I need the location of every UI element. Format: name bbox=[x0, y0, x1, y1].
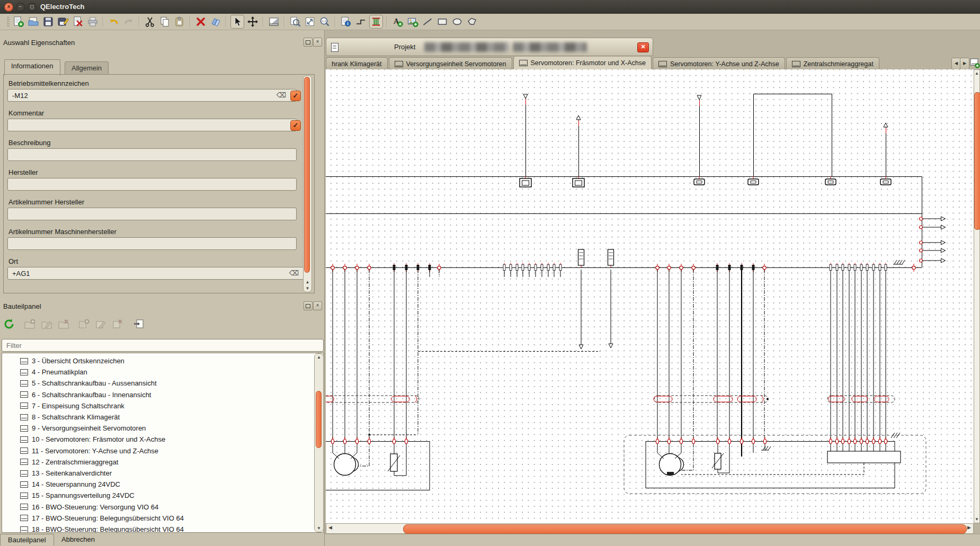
ort-input[interactable] bbox=[7, 267, 309, 280]
scroll-up-icon[interactable]: ▲ bbox=[315, 355, 323, 360]
save-as-icon[interactable] bbox=[57, 15, 69, 28]
artikelnummer-maschinenhersteller-input[interactable] bbox=[7, 237, 297, 250]
list-item[interactable]: 7 - Einspeisung Schaltschrank bbox=[20, 400, 124, 411]
list-item[interactable]: 4 - Pneumatikplan bbox=[20, 366, 87, 378]
hersteller-input[interactable] bbox=[7, 178, 297, 191]
list-scrollbar[interactable]: ▲ ▼ bbox=[314, 353, 324, 532]
add-terminal-strip-icon[interactable] bbox=[369, 15, 383, 29]
rotate-icon[interactable] bbox=[209, 15, 222, 28]
diagram-viewport[interactable] bbox=[326, 69, 974, 523]
toolbar-grip[interactable] bbox=[7, 17, 10, 26]
vertical-scrollbar[interactable]: ▲ ▼ bbox=[974, 69, 980, 523]
list-item[interactable]: 15 - Spannungsverteilung 24VDC bbox=[20, 490, 135, 501]
clear-field-icon[interactable]: ⌫ bbox=[277, 91, 286, 99]
add-image-icon[interactable] bbox=[406, 15, 419, 28]
add-diagram-button[interactable] bbox=[970, 58, 980, 68]
beschreibung-input[interactable] bbox=[7, 148, 297, 161]
reload-collections-icon[interactable] bbox=[3, 318, 16, 330]
save-icon[interactable] bbox=[42, 15, 55, 28]
redo-icon[interactable] bbox=[122, 15, 135, 28]
delete-icon[interactable] bbox=[194, 15, 207, 28]
add-conductor-icon[interactable] bbox=[354, 15, 367, 28]
properties-scrollbar[interactable]: ▲ ▼ bbox=[303, 75, 312, 292]
window-titlebar[interactable]: × − ▢ QElectroTech bbox=[0, 0, 980, 14]
dock-float-button[interactable] bbox=[304, 38, 313, 47]
add-polygon-icon[interactable] bbox=[466, 15, 478, 28]
scrollbar-thumb[interactable] bbox=[316, 391, 322, 448]
scroll-down-icon[interactable]: ▼ bbox=[974, 517, 979, 522]
list-item[interactable]: 3 - Übersicht Ortskennzeichen bbox=[20, 355, 124, 366]
window-close-button[interactable]: × bbox=[4, 3, 13, 12]
add-line-icon[interactable] bbox=[421, 15, 434, 28]
move-mode-icon[interactable] bbox=[246, 15, 259, 28]
diagram-tab[interactable]: Servomotoren: Fräsmotor und X-Achse bbox=[513, 57, 652, 69]
select-mode-icon[interactable] bbox=[230, 15, 244, 29]
list-item[interactable]: 16 - BWO-Steuerung: Versorgung VIO 64 bbox=[20, 502, 158, 513]
paste-icon[interactable] bbox=[173, 15, 186, 28]
list-item[interactable]: 17 - BWO-Steuerung: Belegungsübersicht V… bbox=[20, 513, 184, 524]
project-close-button[interactable]: ✕ bbox=[637, 42, 649, 52]
scroll-up-icon[interactable]: ▲ bbox=[974, 71, 979, 76]
list-item[interactable]: 9 - Versorgungseinheit Servomotoren bbox=[20, 423, 146, 434]
import-element-icon[interactable] bbox=[132, 318, 145, 330]
auto-checkbox[interactable]: ✓ bbox=[290, 91, 301, 101]
list-item[interactable]: 18 - BWO-Steuerung: Belegungsübersicht V… bbox=[20, 524, 184, 533]
zoom-fit-icon[interactable] bbox=[289, 15, 301, 28]
list-item[interactable]: 11 - Servomotoren: Y-Achse und Z-Achse bbox=[20, 445, 158, 457]
horizontal-scrollbar[interactable]: ◀ ▶ bbox=[326, 523, 974, 534]
tab-informationen[interactable]: Informationen bbox=[4, 59, 60, 76]
list-item[interactable]: 8 - Schaltschrank Klimagerät bbox=[20, 411, 120, 423]
dock-close-button[interactable]: × bbox=[313, 38, 322, 47]
tab-allgemein[interactable]: Allgemein bbox=[65, 61, 109, 75]
cut-icon[interactable] bbox=[144, 15, 156, 28]
filter-input[interactable] bbox=[2, 339, 324, 352]
display-mode-icon[interactable] bbox=[268, 15, 280, 28]
new-document-icon[interactable] bbox=[12, 15, 25, 28]
scroll-down-icon[interactable]: ▼ bbox=[304, 286, 311, 291]
project-window-titlebar[interactable]: Projekt ✕ bbox=[326, 38, 653, 56]
element-panel-title: Bauteilpanel bbox=[3, 302, 41, 310]
list-item[interactable]: 13 - Seitenkanalverdichter bbox=[20, 468, 112, 479]
copy-icon[interactable] bbox=[158, 15, 171, 28]
artikelnummer-hersteller-input[interactable] bbox=[7, 208, 297, 220]
diagram-properties-icon[interactable]: i bbox=[340, 15, 352, 28]
scroll-up-icon[interactable]: ▲ bbox=[304, 280, 311, 284]
dock-close-button[interactable]: × bbox=[313, 301, 322, 310]
clear-field-icon[interactable]: ⌫ bbox=[289, 269, 299, 277]
diagram-tab[interactable]: Zentralschmieraggregat bbox=[786, 57, 879, 69]
zoom-adjust-icon[interactable] bbox=[304, 15, 316, 28]
diagram-tab[interactable]: Versorgungseinheit Servomotoren bbox=[389, 57, 512, 69]
betriebsmittelkennzeichen-input[interactable] bbox=[7, 89, 297, 102]
window-maximize-button[interactable]: ▢ bbox=[28, 3, 37, 12]
list-item[interactable]: 6 - Schaltschrankaufbau - Innenansicht bbox=[20, 389, 151, 400]
scroll-down-icon[interactable]: ▼ bbox=[315, 526, 323, 531]
scrollbar-thumb[interactable] bbox=[403, 524, 967, 534]
open-document-icon[interactable] bbox=[27, 15, 40, 28]
diagram-tab[interactable]: Servomotoren: Y-Achse und Z-Achse bbox=[653, 57, 785, 69]
toolbar-separator bbox=[103, 16, 104, 27]
window-minimize-button[interactable]: − bbox=[16, 3, 25, 12]
list-item[interactable]: 14 - Steuerspannung 24VDC bbox=[20, 479, 120, 490]
tab-scroll-right-icon[interactable]: ▶ bbox=[960, 58, 969, 70]
undo-icon[interactable] bbox=[108, 15, 120, 28]
dock-float-button[interactable] bbox=[304, 301, 313, 310]
add-rectangle-icon[interactable] bbox=[436, 15, 449, 28]
bottom-tab-bauteilpanel[interactable]: Bauteilpanel bbox=[0, 534, 54, 545]
scrollbar-thumb[interactable] bbox=[304, 77, 310, 273]
add-text-icon[interactable]: A bbox=[391, 15, 404, 28]
close-document-icon[interactable] bbox=[72, 15, 84, 28]
scrollbar-thumb[interactable] bbox=[974, 92, 980, 230]
print-icon[interactable] bbox=[86, 15, 99, 28]
scroll-left-icon[interactable]: ◀ bbox=[328, 525, 332, 530]
bottom-tab-abbrechen[interactable]: Abbrechen bbox=[54, 534, 102, 545]
diagram-tab[interactable]: hrank Klimagerät bbox=[326, 57, 388, 69]
add-ellipse-icon[interactable] bbox=[451, 15, 464, 28]
kommentar-input[interactable] bbox=[7, 119, 297, 131]
auto-checkbox[interactable]: ✓ bbox=[290, 120, 301, 131]
diagram-page-icon bbox=[20, 414, 28, 420]
list-item[interactable]: 5 - Schaltschrankaufbau - Aussenansicht bbox=[20, 378, 157, 389]
list-item[interactable]: 10 - Servomotoren: Fräsmotor und X-Achse bbox=[20, 434, 165, 445]
scroll-right-icon[interactable]: ▶ bbox=[967, 525, 971, 530]
list-item[interactable]: 12 - Zentralschmieraggregat bbox=[20, 457, 118, 468]
zoom-reset-icon[interactable]: 1:1 bbox=[318, 15, 331, 28]
